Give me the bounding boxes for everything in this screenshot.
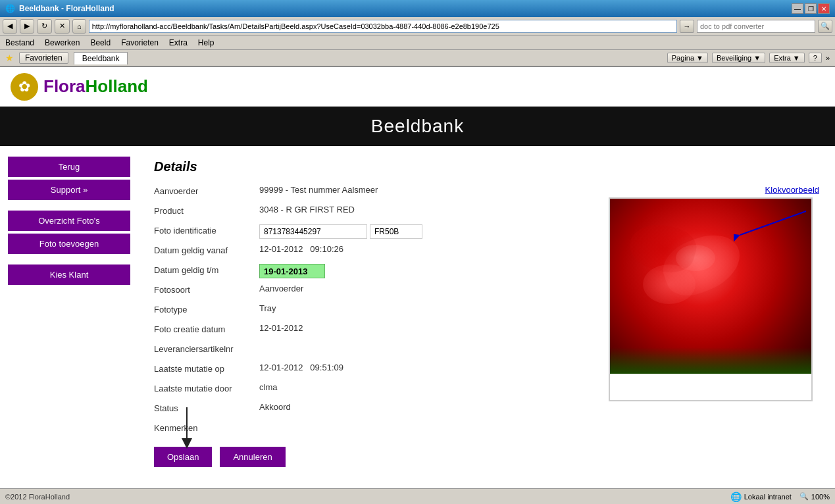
main-content: Details Aanvoerder 99999 - Test nummer A… xyxy=(138,146,835,488)
action-area: Opslaan Annuleren xyxy=(154,447,593,467)
foto-creatie-datum-label: Foto creatie datum xyxy=(154,323,259,334)
rose-image-caption xyxy=(610,374,811,400)
aanvoerder-row: Aanvoerder 99999 - Test nummer Aalsmeer xyxy=(154,185,593,199)
extra-ie-button[interactable]: Extra ▼ xyxy=(769,53,805,63)
foto-id-input-1[interactable] xyxy=(259,224,367,239)
status-zone: 🌐 Lokaal intranet xyxy=(730,491,792,502)
foto-identificatie-row: Foto identificatie xyxy=(154,224,593,239)
datum-geldig-tm-value xyxy=(259,264,325,278)
refresh-button[interactable]: ↻ xyxy=(37,19,52,34)
beeldbank-tab[interactable]: Beeldbank xyxy=(74,52,128,64)
leveranciers-label: Leveranciersartikelnr xyxy=(154,343,259,354)
foto-id-inputs xyxy=(259,224,422,239)
datum-geldig-vanaf-value: 12-01-2012 09:10:26 xyxy=(259,244,343,254)
leveranciers-row: Leveranciersartikelnr xyxy=(154,343,593,357)
foto-toevoegen-button[interactable]: Foto toevoegen xyxy=(8,234,130,254)
fotosoort-row: Fotosoort Aanvoerder xyxy=(154,284,593,298)
svg-line-3 xyxy=(740,211,806,235)
laatste-mutatie-op-row: Laatste mutatie op 12-01-2012 09:51:09 xyxy=(154,363,593,377)
aanvoerder-label: Aanvoerder xyxy=(154,185,259,196)
zoom-level: 100% xyxy=(811,493,830,501)
kies-klant-button[interactable]: Kies Klant xyxy=(8,265,130,285)
status-value: Akkoord xyxy=(259,402,291,412)
terug-button[interactable]: Terug xyxy=(8,157,130,177)
status-right: 🌐 Lokaal intranet 🔍 100% xyxy=(730,491,830,502)
page-body: Terug Support Overzicht Foto's Foto toev… xyxy=(0,146,835,488)
sidebar: Terug Support Overzicht Foto's Foto toev… xyxy=(0,146,138,488)
product-label: Product xyxy=(154,205,259,216)
globe-icon: 🌐 xyxy=(730,491,742,502)
restore-button[interactable]: ❐ xyxy=(805,3,817,14)
menu-bestand[interactable]: Bestand xyxy=(5,38,34,47)
fototype-row: Fototype Tray xyxy=(154,303,593,318)
datum-geldig-tm-label: Datum geldig t/m xyxy=(154,264,259,275)
datum-geldig-vanaf-label: Datum geldig vanaf xyxy=(154,244,259,255)
blue-arrow-annotation xyxy=(734,202,813,241)
home-button[interactable]: ⌂ xyxy=(72,19,86,34)
datum-geldig-vanaf-row: Datum geldig vanaf 12-01-2012 09:10:26 xyxy=(154,244,593,259)
fotosoort-value: Aanvoerder xyxy=(259,284,303,293)
ie-expand-icon: » xyxy=(826,54,830,62)
stop-button[interactable]: ✕ xyxy=(55,19,70,34)
annuleren-button[interactable]: Annuleren xyxy=(220,447,285,467)
status-copyright: ©2012 FloraHolland xyxy=(5,493,70,501)
favorites-bar: ★ Favorieten Beeldbank Pagina ▼ Beveilig… xyxy=(0,50,835,67)
logo-icon: ✿ xyxy=(11,73,38,101)
menu-beeld[interactable]: Beeld xyxy=(90,38,111,47)
close-button[interactable]: ✕ xyxy=(818,3,830,14)
datum-geldig-tm-row: Datum geldig t/m xyxy=(154,264,593,278)
zoom-info: 🔍 100% xyxy=(799,492,830,501)
overzicht-fotos-button[interactable]: Overzicht Foto's xyxy=(8,211,130,231)
fototype-value: Tray xyxy=(259,303,276,313)
address-bar: ◀ ▶ ↻ ✕ ⌂ → 🔍 xyxy=(0,17,835,36)
menu-bewerken[interactable]: Bewerken xyxy=(45,38,80,47)
minimize-button[interactable]: — xyxy=(792,3,803,14)
search-button[interactable]: 🔍 xyxy=(818,20,832,33)
help-ie-button[interactable]: ? xyxy=(809,53,822,63)
title-bar: 🌐 Beeldbank - FloraHolland — ❐ ✕ xyxy=(0,0,835,17)
window-controls: — ❐ ✕ xyxy=(792,3,830,14)
beveiliging-button[interactable]: Beveiliging ▼ xyxy=(712,53,765,63)
back-button[interactable]: ◀ xyxy=(3,19,17,34)
menu-help[interactable]: Help xyxy=(198,38,215,47)
fototype-label: Fototype xyxy=(154,303,259,315)
menu-extra[interactable]: Extra xyxy=(169,38,188,47)
window-title: Beeldbank - FloraHolland xyxy=(19,4,114,13)
logo-text: FloraHolland xyxy=(43,76,148,97)
zone-label: Lokaal intranet xyxy=(744,493,792,501)
aanvoerder-value: 99999 - Test nummer Aalsmeer xyxy=(259,185,378,195)
foto-identificatie-label: Foto identificatie xyxy=(154,224,259,236)
favorites-star-icon: ★ xyxy=(5,53,14,63)
datum-geldig-tm-input[interactable] xyxy=(259,264,325,278)
details-title: Details xyxy=(154,159,819,174)
foto-creatie-datum-value: 12-01-2012 xyxy=(259,323,303,333)
klokvoorbeeld-link[interactable]: Klokvoorbeeld xyxy=(609,185,819,195)
laatste-mutatie-door-value: clma xyxy=(259,382,277,392)
window-icon: 🌐 xyxy=(5,4,15,13)
site-header: ✿ FloraHolland xyxy=(0,67,835,107)
laatste-mutatie-door-label: Laatste mutatie door xyxy=(154,382,259,393)
fotosoort-label: Fotosoort xyxy=(154,284,259,295)
logo-flora: Flora xyxy=(43,76,86,96)
laatste-mutatie-door-row: Laatste mutatie door clma xyxy=(154,382,593,397)
browser-content: ✿ FloraHolland Beeldbank Terug Support O… xyxy=(0,67,835,488)
kenmerken-row: Kenmerken xyxy=(154,422,593,436)
search-input[interactable] xyxy=(697,20,815,33)
foto-id-input-2[interactable] xyxy=(370,224,422,239)
status-label: Status xyxy=(154,402,259,413)
laatste-mutatie-op-label: Laatste mutatie op xyxy=(154,363,259,374)
foto-creatie-datum-row: Foto creatie datum 12-01-2012 xyxy=(154,323,593,338)
favorieten-button[interactable]: Favorieten xyxy=(19,52,68,64)
menu-favorieten[interactable]: Favorieten xyxy=(121,38,159,47)
address-input[interactable] xyxy=(89,20,677,33)
forward-button[interactable]: ▶ xyxy=(20,19,34,34)
banner-title: Beeldbank xyxy=(371,116,464,136)
product-row: Product 3048 - R GR FIRST RED xyxy=(154,205,593,219)
status-row: Status Akkoord xyxy=(154,402,593,416)
image-panel: Klokvoorbeeld xyxy=(609,185,819,483)
go-button[interactable]: → xyxy=(680,20,694,33)
pagina-button[interactable]: Pagina ▼ xyxy=(667,53,708,63)
down-arrow-annotation xyxy=(174,407,200,450)
support-button[interactable]: Support xyxy=(8,180,130,200)
details-left: Aanvoerder 99999 - Test nummer Aalsmeer … xyxy=(154,185,593,483)
